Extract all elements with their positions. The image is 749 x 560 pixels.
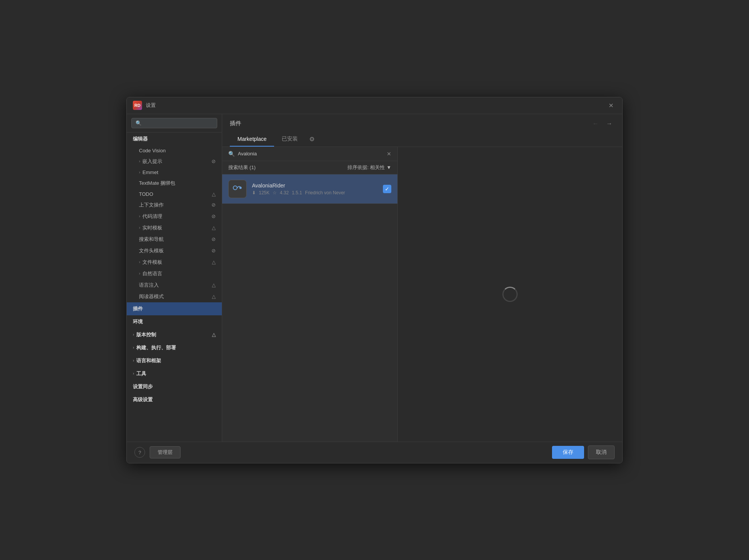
sidebar-item-label: 搜索和导航 — [139, 236, 164, 243]
tab-marketplace-label: Marketplace — [237, 136, 266, 142]
sidebar-search-area — [127, 114, 222, 132]
sidebar-item-code-vision[interactable]: Code Vision — [127, 145, 222, 156]
sidebar-search-input[interactable] — [131, 118, 217, 128]
sidebar-item-label: TextMate 捆绑包 — [139, 180, 175, 187]
title-bar: RD 设置 ✕ — [127, 97, 622, 114]
sidebar-item-label: 上下文操作 — [139, 202, 164, 208]
sidebar-item-context-op[interactable]: 上下文操作 ⊘ — [127, 199, 222, 211]
nav-forward-button[interactable]: → — [604, 119, 615, 128]
close-button[interactable]: ✕ — [605, 100, 616, 111]
sidebar-item-label: 代码清理 — [142, 213, 162, 220]
manage-button[interactable]: 管理层 — [150, 446, 181, 458]
chevron-icon: › — [133, 332, 134, 337]
chevron-icon: › — [133, 345, 134, 350]
plugin-icon-symbol — [231, 182, 244, 196]
sidebar-item-live-template[interactable]: › 实时模板 △ — [127, 222, 222, 234]
sidebar-item-emmet[interactable]: › Emmet — [127, 167, 222, 178]
plugin-author: Friedrich von Never — [305, 190, 345, 195]
sidebar-item-label: 阅读器模式 — [139, 293, 164, 300]
sidebar-item-label: 自然语言 — [142, 270, 162, 277]
dialog-title: 设置 — [146, 102, 156, 109]
sidebar-item-label: 插件 — [133, 305, 143, 312]
plugin-downloads: 125K — [259, 190, 270, 195]
sidebar-item-env[interactable]: 环境 — [127, 315, 222, 328]
app-logo: RD — [133, 101, 142, 110]
plugin-left-pane: 🔍 ✕ 搜索结果 (1) 排序依据: 相关性 ▼ — [222, 147, 398, 442]
sidebar-item-sync[interactable]: 设置同步 — [127, 380, 222, 393]
help-button[interactable]: ? — [134, 447, 145, 458]
sidebar-item-plugin[interactable]: 插件 — [127, 302, 222, 315]
star-icon: ☆ — [273, 190, 277, 195]
chevron-icon: › — [139, 159, 140, 163]
plugin-section-title: 插件 — [230, 120, 241, 127]
plugin-icon — [228, 180, 247, 198]
bottom-bar: ? 管理层 保存 取消 — [127, 442, 622, 463]
sort-button[interactable]: 排序依据: 相关性 ▼ — [347, 164, 391, 171]
sidebar-item-natural-lang[interactable]: › 自然语言 — [127, 268, 222, 279]
plugin-main: 🔍 ✕ 搜索结果 (1) 排序依据: 相关性 ▼ — [222, 147, 622, 442]
sidebar-item-textmate[interactable]: TextMate 捆绑包 — [127, 178, 222, 189]
save-button[interactable]: 保存 — [552, 446, 584, 459]
sidebar-item-label: Emmet — [142, 169, 158, 175]
plugin-title-row: 插件 ← → — [230, 119, 615, 128]
sidebar-item-label: 设置同步 — [133, 383, 153, 390]
plugin-version: 1.5.1 — [292, 190, 302, 195]
tab-marketplace[interactable]: Marketplace — [230, 132, 274, 147]
search-icon: 🔍 — [228, 151, 235, 157]
sidebar-item-editor[interactable]: 编辑器 — [127, 132, 222, 145]
plugin-detail-pane — [398, 147, 622, 442]
main-content: 编辑器 Code Vision › 嵌入提示 ⊘ › Emmet TextMat… — [127, 114, 622, 442]
sidebar-item-code-cleanup[interactable]: › 代码清理 ⊘ — [127, 211, 222, 222]
sidebar-item-label: 语言和框架 — [136, 357, 161, 364]
sidebar-badge: △ — [212, 225, 216, 231]
sidebar-item-label: 高级设置 — [133, 396, 153, 403]
cancel-button[interactable]: 取消 — [588, 445, 615, 459]
tab-installed[interactable]: 已安装 — [274, 132, 305, 147]
sidebar-item-label: TODO — [139, 191, 153, 197]
sidebar-badge: ⊘ — [211, 236, 216, 242]
sidebar-item-file-template[interactable]: › 文件模板 △ — [127, 257, 222, 268]
chevron-icon: › — [133, 371, 134, 376]
sidebar-item-label: 实时模板 — [142, 224, 162, 231]
sidebar-item-lang-framework[interactable]: › 语言和框架 — [127, 354, 222, 367]
sidebar-badge: ⊘ — [211, 213, 216, 219]
results-count: 搜索结果 (1) — [228, 164, 256, 171]
download-icon: ⬇ — [252, 190, 256, 195]
sidebar: 编辑器 Code Vision › 嵌入提示 ⊘ › Emmet TextMat… — [127, 114, 222, 442]
plugin-info: AvaloniaRider ⬇ 125K ☆ 4.32 1.5.1 Friedr… — [252, 182, 383, 195]
loading-spinner — [502, 287, 518, 302]
list-item[interactable]: AvaloniaRider ⬇ 125K ☆ 4.32 1.5.1 Friedr… — [222, 174, 397, 204]
chevron-icon: › — [133, 358, 134, 363]
plugin-search-input[interactable] — [238, 151, 384, 157]
results-header: 搜索结果 (1) 排序依据: 相关性 ▼ — [222, 161, 397, 174]
sidebar-item-todo[interactable]: TODO △ — [127, 189, 222, 199]
gear-icon[interactable]: ⚙ — [305, 132, 318, 147]
sidebar-item-build-exec[interactable]: › 构建、执行、部署 — [127, 341, 222, 354]
plugin-checkbox[interactable]: ✓ — [383, 185, 391, 193]
sidebar-item-file-header[interactable]: 文件头模板 ⊘ — [127, 245, 222, 257]
nav-back-button[interactable]: ← — [590, 119, 601, 128]
sidebar-item-search-nav[interactable]: 搜索和导航 ⊘ — [127, 234, 222, 245]
settings-dialog: RD 设置 ✕ 编辑器 Code Vision › 嵌入提示 ⊘ › — [126, 97, 623, 463]
sidebar-item-version-ctrl[interactable]: › 版本控制 △ — [127, 328, 222, 341]
plugin-list: AvaloniaRider ⬇ 125K ☆ 4.32 1.5.1 Friedr… — [222, 174, 397, 442]
sidebar-badge: ⊘ — [211, 158, 216, 164]
sidebar-item-reader-mode[interactable]: 阅读器模式 △ — [127, 291, 222, 302]
sidebar-badge: ⊘ — [211, 248, 216, 253]
chevron-icon: › — [139, 271, 140, 276]
sort-chevron-icon: ▼ — [386, 165, 391, 170]
chevron-icon: › — [139, 214, 140, 218]
sidebar-badge: △ — [212, 332, 216, 337]
sidebar-item-advanced[interactable]: 高级设置 — [127, 393, 222, 406]
tabs-bar: Marketplace 已安装 ⚙ — [230, 132, 615, 147]
sidebar-item-label: 环境 — [133, 318, 143, 325]
sidebar-item-lang-inject[interactable]: 语言注入 △ — [127, 279, 222, 291]
svg-point-1 — [239, 187, 242, 189]
sidebar-item-label: 编辑器 — [133, 136, 148, 142]
sidebar-badge: △ — [212, 259, 216, 265]
sidebar-item-label: 工具 — [136, 370, 146, 377]
sidebar-item-embed-hint[interactable]: › 嵌入提示 ⊘ — [127, 156, 222, 167]
search-clear-icon[interactable]: ✕ — [387, 151, 391, 157]
sidebar-item-label: 嵌入提示 — [142, 158, 162, 165]
sidebar-item-tools[interactable]: › 工具 — [127, 367, 222, 380]
